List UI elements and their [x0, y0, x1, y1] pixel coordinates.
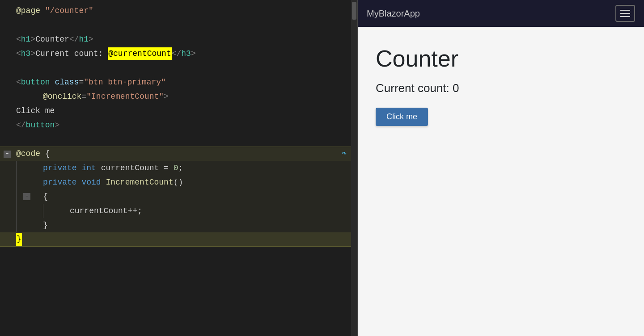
closing-brace-yellow: } — [16, 233, 22, 246]
highlight-currentcount: @currentCount — [108, 47, 171, 60]
code-content: @page "/counter" <h1>Counter</h1> <h3>Cu… — [0, 0, 357, 250]
code-line-15: currentCount++; — [0, 204, 357, 218]
code-line-1: @page "/counter" — [0, 4, 357, 18]
code-line-16: } — [0, 218, 357, 232]
code-line-10 — [0, 132, 357, 147]
code-line-8: Click me — [0, 104, 357, 118]
app-main-content: Counter Current count: 0 Click me — [358, 27, 644, 336]
code-line-4: <h3>Current count: @currentCount</h3> — [0, 46, 357, 61]
collapse-icon-11[interactable]: − — [4, 151, 11, 158]
code-line-3: <h1>Counter</h1> — [0, 32, 357, 46]
code-line-13: private void IncrementCount() — [0, 175, 357, 189]
code-line-12: private int currentCount = 0; — [0, 161, 357, 175]
current-count-display: Current count: 0 — [376, 81, 626, 95]
code-line-11: − @code { ↷ — [0, 147, 357, 161]
code-line-5 — [0, 61, 357, 75]
code-line-9: </button> — [0, 118, 357, 132]
hamburger-menu-button[interactable] — [615, 5, 635, 22]
navbar: MyBlazorApp — [358, 0, 644, 27]
code-line-17: } — [0, 232, 357, 247]
code-at-1: @page — [16, 4, 45, 17]
code-line-6: <button class="btn btn-primary" — [0, 75, 357, 89]
code-line-7: @onclick="IncrementCount"> — [0, 89, 357, 104]
hamburger-line-2 — [620, 13, 630, 14]
collapse-icon-14[interactable]: − — [23, 193, 30, 200]
code-line-14: − { — [0, 189, 357, 204]
arrow-indicator: ↷ — [342, 147, 347, 160]
navbar-brand: MyBlazorApp — [367, 8, 420, 19]
click-me-button[interactable]: Click me — [376, 108, 428, 126]
hamburger-line-1 — [620, 10, 630, 11]
scrollbar-thumb[interactable] — [352, 2, 356, 20]
code-editor: @page "/counter" <h1>Counter</h1> <h3>Cu… — [0, 0, 358, 336]
editor-scrollbar[interactable] — [351, 0, 357, 336]
hamburger-line-3 — [620, 16, 630, 17]
code-line-2 — [0, 18, 357, 32]
page-title: Counter — [376, 45, 626, 72]
app-preview: MyBlazorApp Counter Current count: 0 Cli… — [358, 0, 644, 336]
code-str-1: "/counter" — [45, 4, 93, 17]
